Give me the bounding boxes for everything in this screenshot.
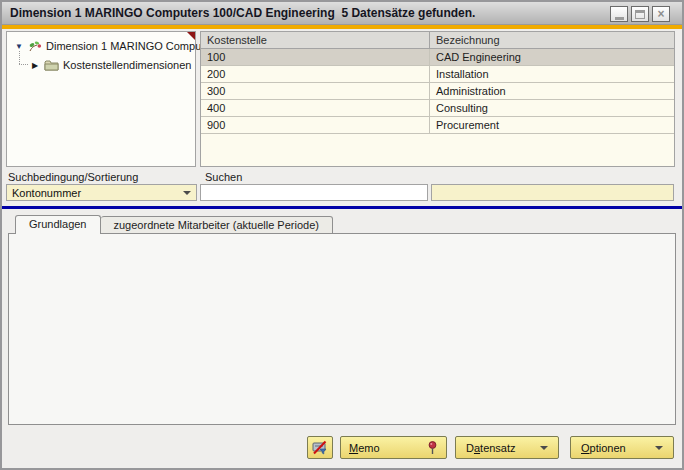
- collapse-icon[interactable]: ▼: [14, 42, 24, 51]
- folder-icon: [44, 59, 59, 71]
- optionen-button[interactable]: Optionen: [570, 436, 674, 459]
- accent-line: [2, 25, 682, 29]
- cell-kostenstelle: 300: [201, 83, 430, 99]
- pushpin-icon: [427, 441, 438, 455]
- cost-center-table: Kostenstelle Bezeichnung 100 CAD Enginee…: [200, 31, 675, 167]
- app-window: Dimension 1 MARINGO Computers 100/CAD En…: [0, 0, 684, 470]
- dropdown-value: Kontonummer: [12, 187, 81, 199]
- pane-divider: [2, 206, 682, 209]
- maximize-button[interactable]: [631, 6, 649, 22]
- no-save-filter-icon: [311, 440, 329, 456]
- search-condition-dropdown[interactable]: Kontonummer: [6, 184, 197, 201]
- cell-bezeichnung: Procurement: [430, 117, 674, 133]
- tab-grundlagen[interactable]: Grundlagen: [15, 215, 101, 234]
- table-row[interactable]: 200 Installation: [201, 66, 674, 83]
- suchen-label: Suchen: [205, 171, 242, 183]
- chevron-down-icon: [183, 191, 191, 195]
- table-row[interactable]: 900 Procurement: [201, 117, 674, 134]
- minimize-button[interactable]: [610, 6, 628, 22]
- cell-bezeichnung: Installation: [430, 66, 674, 82]
- close-icon: ×: [657, 8, 664, 20]
- tab-strip: Grundlagen zugeordnete Mitarbeiter (aktu…: [15, 215, 333, 234]
- maximize-icon: [635, 10, 645, 19]
- cell-kostenstelle: 900: [201, 117, 430, 133]
- expand-icon[interactable]: ▶: [30, 61, 40, 70]
- tab-zugeordnete-mitarbeiter[interactable]: zugeordnete Mitarbeiter (aktuelle Period…: [101, 216, 333, 234]
- cell-bezeichnung: CAD Engineering: [430, 49, 674, 65]
- title-bar[interactable]: Dimension 1 MARINGO Computers 100/CAD En…: [2, 2, 682, 25]
- tree-connector: [19, 64, 28, 65]
- chevron-down-icon: [655, 446, 663, 450]
- window-title: Dimension 1 MARINGO Computers 100/CAD En…: [10, 6, 475, 20]
- dimension-tree: ▼ Dimension 1 MARINGO Compu ▶ Kostenstel…: [6, 31, 196, 167]
- column-header-kostenstelle: Kostenstelle: [201, 32, 430, 48]
- table-row[interactable]: 400 Consulting: [201, 100, 674, 117]
- table-row[interactable]: 100 CAD Engineering: [201, 49, 674, 66]
- window-controls: ×: [610, 6, 670, 22]
- cell-kostenstelle: 400: [201, 100, 430, 116]
- cell-kostenstelle: 200: [201, 66, 430, 82]
- cell-bezeichnung: Administration: [430, 83, 674, 99]
- datensatz-button[interactable]: Datensatz: [455, 436, 559, 459]
- column-header-bezeichnung: Bezeichnung: [430, 32, 674, 48]
- tree-node-kostenstellendimensionen[interactable]: ▶ Kostenstellendimensionen: [30, 59, 191, 71]
- dimension-icon: [28, 39, 42, 53]
- datensatz-button-label: Datensatz: [466, 442, 516, 454]
- memo-button-label: Memo: [349, 442, 380, 454]
- search-input[interactable]: [200, 184, 428, 201]
- secondary-search-field[interactable]: [431, 184, 674, 201]
- cancel-save-button[interactable]: [307, 436, 333, 459]
- cell-bezeichnung: Consulting: [430, 100, 674, 116]
- close-button[interactable]: ×: [652, 6, 670, 22]
- chevron-down-icon: [540, 446, 548, 450]
- optionen-button-label: Optionen: [581, 442, 626, 454]
- tree-node-label: Kostenstellendimensionen: [63, 59, 191, 71]
- minimize-icon: [615, 17, 624, 20]
- tree-node-dimension[interactable]: ▼ Dimension 1 MARINGO Compu: [14, 39, 201, 53]
- search-condition-label: Suchbedingung/Sortierung: [8, 171, 138, 183]
- table-header: Kostenstelle Bezeichnung: [201, 32, 674, 49]
- table-row[interactable]: 300 Administration: [201, 83, 674, 100]
- tree-node-label: Dimension 1 MARINGO Compu: [46, 40, 201, 52]
- memo-button[interactable]: Memo: [340, 436, 447, 459]
- tab-content-panel: [8, 233, 676, 425]
- cell-kostenstelle: 100: [201, 49, 430, 65]
